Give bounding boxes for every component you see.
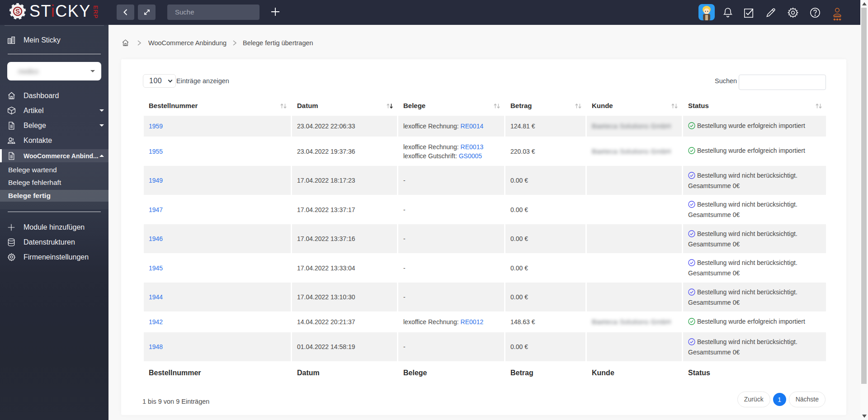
svg-text:S: S: [15, 7, 20, 15]
